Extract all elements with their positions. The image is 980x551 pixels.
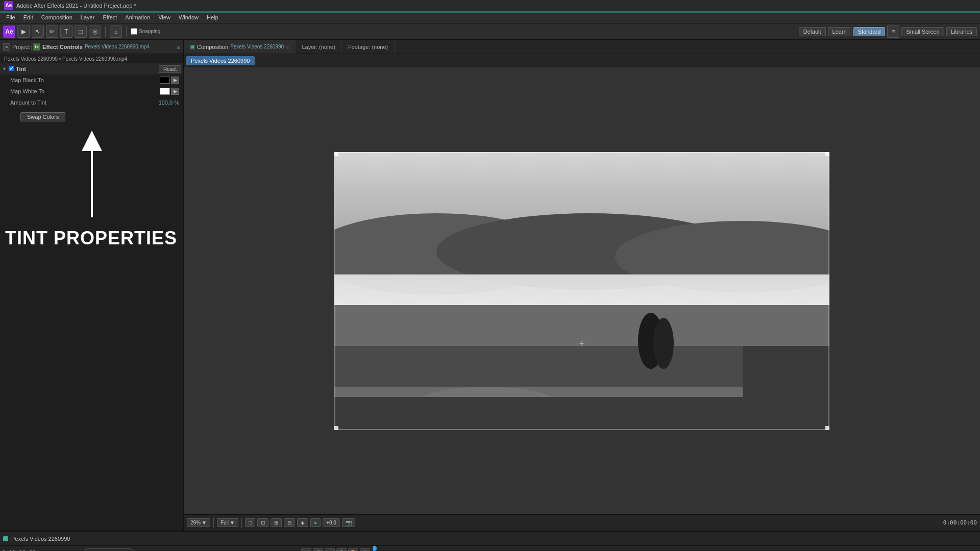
timeline-track-area: 0 01s 02s 03s 04s 05s 06s 07s 08s 09s 10… bbox=[373, 546, 980, 551]
quality-value: Full bbox=[220, 520, 229, 525]
workspace-default[interactable]: Default bbox=[799, 27, 826, 36]
zoom-select[interactable]: 29% ▼ bbox=[187, 518, 210, 527]
quality-dropdown-icon: ▼ bbox=[230, 520, 235, 525]
viewer bbox=[184, 67, 980, 514]
amount-value[interactable]: 100.0 % bbox=[159, 99, 179, 106]
menu-window[interactable]: Window bbox=[175, 13, 203, 21]
effect-controls-title: Effect Controls bbox=[42, 44, 83, 50]
menu-composition[interactable]: Composition bbox=[37, 13, 77, 21]
comp-viewer-tab[interactable]: Pexels Videos 2260990 bbox=[186, 56, 255, 65]
workspace-small[interactable]: Small Screen bbox=[901, 27, 944, 36]
menu-layer[interactable]: Layer bbox=[77, 13, 99, 21]
toggle-mask-btn[interactable]: ⊞ bbox=[271, 518, 282, 527]
main-area: ≡ Project | fx Effect Controls Pexels Vi… bbox=[0, 40, 980, 531]
snapshot-btn[interactable]: 📷 bbox=[342, 518, 355, 527]
composition-preview bbox=[334, 152, 829, 430]
tint-reset-btn[interactable]: Reset bbox=[159, 65, 181, 73]
color-toggle[interactable]: 🎨 bbox=[348, 548, 358, 552]
black-color-arrow[interactable]: ▶ bbox=[171, 77, 179, 84]
zoom-tool[interactable]: ⌕ bbox=[110, 26, 122, 38]
menu-effect[interactable]: Effect bbox=[99, 13, 121, 21]
footage-tab[interactable]: Footage: (none) bbox=[342, 40, 395, 54]
timeline-menu-btn[interactable]: ≡ bbox=[74, 536, 77, 542]
toolbar-sep-2 bbox=[126, 27, 127, 37]
pen-tool[interactable]: ✏ bbox=[46, 26, 58, 38]
svg-marker-1 bbox=[82, 131, 102, 151]
composition-panel-tab[interactable]: ▣ Composition Pexels Videos 2260990 ≡ bbox=[184, 40, 296, 54]
right-area: ▣ Composition Pexels Videos 2260990 ≡ La… bbox=[184, 40, 980, 531]
menu-file[interactable]: File bbox=[2, 13, 19, 21]
timeline-playhead[interactable] bbox=[374, 546, 375, 551]
select-tool[interactable]: ↖ bbox=[32, 26, 44, 38]
type-tool[interactable]: T bbox=[60, 26, 72, 38]
viewer-sep-1 bbox=[213, 518, 214, 528]
color-correct-btn[interactable]: ● bbox=[310, 518, 321, 527]
tint-expand-arrow[interactable]: ▼ bbox=[2, 66, 7, 71]
menu-help[interactable]: Help bbox=[203, 13, 223, 21]
source-name: Pexels Videos 2260990 • Pexels Videos 22… bbox=[0, 55, 183, 63]
layer-tab[interactable]: Layer: (none) bbox=[296, 40, 341, 54]
svg-rect-16 bbox=[825, 152, 829, 156]
effect-toggle[interactable]: ✨ bbox=[360, 548, 370, 552]
panel-menu-btn[interactable]: ≡ bbox=[177, 44, 180, 50]
home-btn[interactable]: Ae bbox=[3, 26, 15, 38]
title-bar-title: Adobe After Effects 2021 - Untitled Proj… bbox=[16, 3, 136, 9]
snapping-checkbox[interactable] bbox=[131, 28, 137, 35]
region-btn[interactable]: ⊡ bbox=[257, 518, 268, 527]
toolbar-sep-1 bbox=[105, 27, 106, 37]
tint-properties-annotation: TINT PROPERTIES bbox=[0, 228, 183, 249]
black-swatch[interactable] bbox=[160, 77, 170, 84]
menu-animation[interactable]: Animation bbox=[121, 13, 154, 21]
comp-icon: ▣ bbox=[190, 43, 195, 50]
comp-tab-menu[interactable]: ≡ bbox=[286, 44, 289, 50]
play-btn[interactable]: ▶ bbox=[17, 26, 30, 38]
white-swatch[interactable] bbox=[160, 88, 170, 95]
video-toggle[interactable]: 📹 bbox=[301, 548, 311, 552]
snapping-label: Snapping bbox=[139, 29, 160, 34]
viewer-canvas bbox=[334, 152, 829, 430]
shape-tool[interactable]: □ bbox=[75, 26, 87, 38]
solo-toggle[interactable]: ◈ bbox=[325, 548, 335, 552]
grid-btn[interactable]: ⊟ bbox=[284, 518, 295, 527]
timeline-comp-dot bbox=[3, 536, 8, 541]
footage-label: Footage: (none) bbox=[348, 44, 388, 50]
timeline-body: 0:00:00:00 30.00 (23.976 fps) 📹 🔊 ◈ 🔒 🎨 … bbox=[0, 546, 980, 551]
workspace-options[interactable]: ≡ bbox=[887, 26, 899, 38]
title-bar: Ae Adobe After Effects 2021 - Untitled P… bbox=[0, 0, 980, 11]
workspace-learn[interactable]: Learn bbox=[828, 27, 851, 36]
svg-point-13 bbox=[653, 318, 674, 369]
menu-edit[interactable]: Edit bbox=[19, 13, 37, 21]
brush-tool[interactable]: ◎ bbox=[89, 26, 101, 38]
svg-rect-15 bbox=[334, 152, 338, 156]
map-white-label: Map White To bbox=[10, 88, 160, 94]
comp-layer-footage-row: ▣ Composition Pexels Videos 2260990 ≡ La… bbox=[184, 40, 980, 54]
composition-tab-bar: Pexels Videos 2260990 bbox=[184, 54, 980, 67]
tint-effect-header: ▼ Tint Reset bbox=[0, 63, 183, 74]
timecode-display: 0:00:00:00 bbox=[943, 519, 977, 526]
workspace-standard[interactable]: Standard bbox=[853, 27, 886, 36]
white-color-arrow[interactable]: ▶ bbox=[171, 88, 179, 95]
timeline-search[interactable] bbox=[83, 548, 134, 552]
map-white-row: Map White To ▶ bbox=[0, 86, 183, 97]
timeline-panel: Pexels Videos 2260990 ≡ 0:00:00:00 30.00… bbox=[0, 531, 980, 551]
workspace-libraries[interactable]: Libraries bbox=[946, 27, 977, 36]
swap-colors-btn[interactable]: Swap Colors bbox=[20, 112, 65, 121]
playhead-handle bbox=[373, 546, 377, 551]
audio-toggle[interactable]: 🔊 bbox=[313, 548, 323, 552]
tint-fx-checkbox[interactable] bbox=[9, 66, 14, 72]
exposure-btn[interactable]: +0.0 bbox=[323, 518, 340, 527]
effect-controls-header: ≡ Project | fx Effect Controls Pexels Vi… bbox=[0, 40, 183, 54]
channel-btn[interactable]: ◈ bbox=[297, 518, 308, 527]
arrow-annotation-area bbox=[0, 126, 183, 228]
tint-label: Tint bbox=[16, 66, 26, 72]
effect-controls-panel: ≡ Project | fx Effect Controls Pexels Vi… bbox=[0, 40, 184, 531]
fast-preview-btn[interactable]: □ bbox=[245, 518, 255, 527]
lock-toggle[interactable]: 🔒 bbox=[336, 548, 347, 552]
viewer-controls: 29% ▼ Full ▼ □ ⊡ ⊞ ⊟ ◈ ● +0.0 📷 0:00:00:… bbox=[184, 514, 980, 531]
composition-tab-label: Composition bbox=[197, 44, 228, 50]
menu-view[interactable]: View bbox=[154, 13, 175, 21]
map-black-row: Map Black To ▶ bbox=[0, 74, 183, 86]
timeline-comp-name: Pexels Videos 2260990 bbox=[11, 536, 70, 542]
quality-select[interactable]: Full ▼ bbox=[217, 518, 238, 527]
tint-properties-text: TINT PROPERTIES bbox=[5, 228, 177, 248]
